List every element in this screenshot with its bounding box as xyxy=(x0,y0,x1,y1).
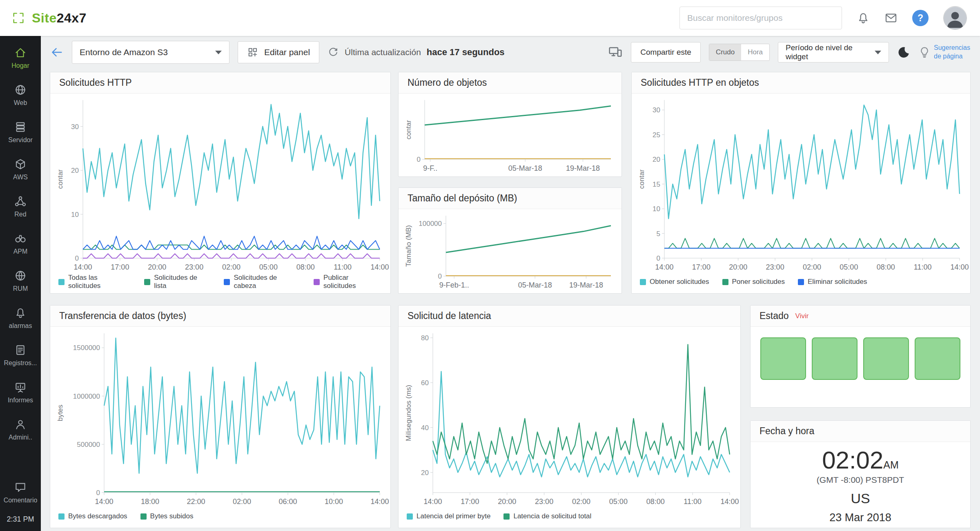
sidebar-item-label: alarmas xyxy=(9,322,32,330)
sidebar-item-red[interactable]: Red xyxy=(0,188,41,225)
svg-text:5: 5 xyxy=(657,230,660,238)
chart-legend: Todas las solicitudesSolicitudes de list… xyxy=(50,275,390,293)
svg-text:40: 40 xyxy=(421,424,429,432)
legend-label: Solicitudes de cabeza xyxy=(234,274,301,290)
edit-panel-button[interactable]: Editar panel xyxy=(238,41,319,63)
svg-text:9-Feb-1..: 9-Feb-1.. xyxy=(439,281,469,289)
bucket-size-chart: 01000009-Feb-1..05-Mar-1819-Mar-18Tamaño… xyxy=(399,209,621,293)
sidebar-item-apm[interactable]: APM xyxy=(0,225,41,262)
bell-icon xyxy=(14,307,27,319)
legend-item[interactable]: Latencia de solicitud total xyxy=(503,512,591,520)
sidebar-item-registros[interactable]: Registros... xyxy=(0,337,41,374)
legend-label: Eliminar solicitudes xyxy=(808,278,867,286)
sidebar-item-servidor[interactable]: Servidor xyxy=(0,114,41,151)
server-icon xyxy=(14,121,27,133)
status-tile[interactable] xyxy=(863,337,909,380)
status-tile[interactable] xyxy=(812,337,858,380)
svg-text:bytes: bytes xyxy=(56,405,64,422)
back-arrow-icon[interactable] xyxy=(50,45,64,59)
sidebar-item-rum[interactable]: RUM xyxy=(0,262,41,299)
sidebar-item-label: Red xyxy=(14,211,26,218)
legend-swatch xyxy=(140,513,147,520)
page-tips[interactable]: Sugerencias de página xyxy=(918,44,970,61)
sidebar-item-label: Admini.. xyxy=(9,434,32,441)
sidebar-item-aws[interactable]: AWS xyxy=(0,151,41,188)
svg-text:23:00: 23:00 xyxy=(766,263,784,271)
svg-text:08:00: 08:00 xyxy=(296,263,315,271)
svg-text:19-Mar-18: 19-Mar-18 xyxy=(566,164,600,172)
expand-icon[interactable] xyxy=(11,11,25,25)
legend-item[interactable]: Latencia del primer byte xyxy=(407,512,490,520)
chart-svg: 05101520253014:0017:0020:0023:0002:0005:… xyxy=(632,94,970,275)
svg-text:0: 0 xyxy=(417,156,421,163)
legend-item[interactable]: Bytes descargados xyxy=(58,512,127,520)
sidebar-item-label: Servidor xyxy=(8,136,33,144)
sidebar-item-admin[interactable]: Admini.. xyxy=(0,411,41,448)
legend-swatch xyxy=(798,279,804,285)
notifications-bell-icon[interactable] xyxy=(857,11,870,25)
legend-item[interactable]: Solicitudes de lista xyxy=(144,274,211,290)
widget-title: Solicitud de latencia xyxy=(408,310,491,321)
svg-text:14:00: 14:00 xyxy=(370,498,389,506)
dark-mode-moon-icon[interactable] xyxy=(897,46,910,59)
inbox-mail-icon[interactable] xyxy=(884,11,898,25)
svg-text:0: 0 xyxy=(657,254,660,262)
legend-swatch xyxy=(144,279,150,285)
status-tiles xyxy=(751,327,970,390)
svg-text:11:00: 11:00 xyxy=(334,263,352,271)
status-tile[interactable] xyxy=(760,337,806,380)
legend-item[interactable]: Bytes subidos xyxy=(140,512,194,520)
devices-icon[interactable] xyxy=(608,45,623,60)
svg-text:Tamaño (MB): Tamaño (MB) xyxy=(405,225,412,267)
legend-item[interactable]: Eliminar solicitudes xyxy=(798,278,867,286)
help-icon[interactable]: ? xyxy=(912,10,929,26)
legend-item[interactable]: Poner solicitudes xyxy=(722,278,785,286)
avatar[interactable] xyxy=(943,6,967,30)
widget-title: Fecha y hora xyxy=(760,426,814,437)
svg-text:05:00: 05:00 xyxy=(840,263,858,271)
sidebar: HogarWebServidorAWSRedAPMRUMalarmasRegis… xyxy=(0,36,41,531)
status-tile[interactable] xyxy=(915,337,960,380)
refresh-icon[interactable] xyxy=(327,47,339,58)
dashboard-select[interactable]: Entorno de Amazon S3 xyxy=(72,41,229,64)
share-button[interactable]: Compartir este xyxy=(631,42,701,62)
legend-swatch xyxy=(503,513,510,520)
svg-text:20: 20 xyxy=(71,167,79,174)
legend-item[interactable]: Obtener solicitudes xyxy=(640,278,709,286)
svg-text:23:00: 23:00 xyxy=(535,498,553,506)
widget-period-select[interactable]: Período de nivel de widget xyxy=(778,42,889,62)
clock-date: 23 Mar 2018 xyxy=(829,511,891,524)
widget-fecha: Fecha y hora 02:02 AM (GMT -8:00) PST8PD… xyxy=(750,420,971,528)
home-icon xyxy=(14,47,27,59)
svg-text:100000: 100000 xyxy=(419,220,442,228)
svg-text:1000000: 1000000 xyxy=(73,393,100,400)
sidebar-item-comentario[interactable]: Comentario xyxy=(4,474,38,511)
svg-text:25: 25 xyxy=(653,131,660,139)
sidebar-item-alarmas[interactable]: alarmas xyxy=(0,299,41,337)
svg-text:14:00: 14:00 xyxy=(74,263,92,271)
sidebar-item-label: Web xyxy=(14,99,27,107)
mode-raw-button[interactable]: Crudo xyxy=(709,44,741,60)
legend-swatch xyxy=(314,279,320,285)
sidebar-item-web[interactable]: Web xyxy=(0,76,41,114)
brand: Site24x7 xyxy=(0,11,87,26)
mode-hour-button[interactable]: Hora xyxy=(741,44,769,60)
svg-text:20:00: 20:00 xyxy=(729,263,747,271)
legend-swatch xyxy=(722,279,728,285)
brand-logo[interactable]: Site24x7 xyxy=(32,11,87,26)
widget-title: Número de objetos xyxy=(408,77,487,88)
svg-text:11:00: 11:00 xyxy=(914,263,932,271)
legend-swatch xyxy=(407,513,413,520)
search-input[interactable] xyxy=(679,7,842,29)
sidebar-item-hogar[interactable]: Hogar xyxy=(0,39,41,76)
svg-text:11:00: 11:00 xyxy=(684,498,702,506)
svg-text:20: 20 xyxy=(653,156,660,163)
legend-swatch xyxy=(640,279,646,285)
legend-item[interactable]: Solicitudes de cabeza xyxy=(224,274,301,290)
http-objects-chart: 05101520253014:0017:0020:0023:0002:0005:… xyxy=(632,94,970,275)
svg-text:18:00: 18:00 xyxy=(141,498,159,506)
http-requests-chart: 010203014:0017:0020:0023:0002:0005:0008:… xyxy=(50,94,390,275)
legend-item[interactable]: Publicar solicitudes xyxy=(314,274,382,290)
legend-item[interactable]: Todas las solicitudes xyxy=(58,274,131,290)
sidebar-item-informes[interactable]: Informes xyxy=(0,374,41,411)
